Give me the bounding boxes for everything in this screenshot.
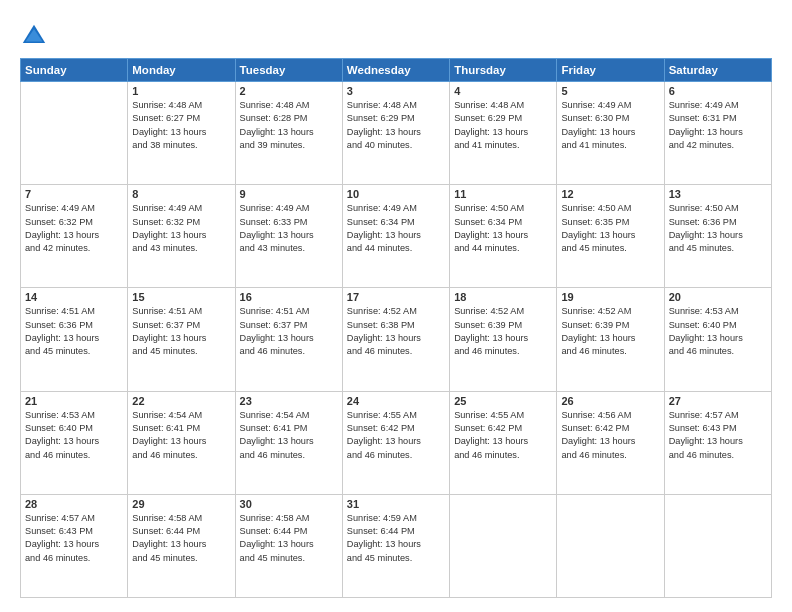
day-cell: 21Sunrise: 4:53 AMSunset: 6:40 PMDayligh… <box>21 391 128 494</box>
day-info: Sunrise: 4:50 AMSunset: 6:35 PMDaylight:… <box>561 202 659 255</box>
day-info: Sunrise: 4:56 AMSunset: 6:42 PMDaylight:… <box>561 409 659 462</box>
header-row: SundayMondayTuesdayWednesdayThursdayFrid… <box>21 59 772 82</box>
day-number: 28 <box>25 498 123 510</box>
day-cell: 7Sunrise: 4:49 AMSunset: 6:32 PMDaylight… <box>21 185 128 288</box>
calendar-table: SundayMondayTuesdayWednesdayThursdayFrid… <box>20 58 772 598</box>
day-info: Sunrise: 4:49 AMSunset: 6:31 PMDaylight:… <box>669 99 767 152</box>
day-cell: 11Sunrise: 4:50 AMSunset: 6:34 PMDayligh… <box>450 185 557 288</box>
day-number: 30 <box>240 498 338 510</box>
day-cell: 27Sunrise: 4:57 AMSunset: 6:43 PMDayligh… <box>664 391 771 494</box>
day-info: Sunrise: 4:58 AMSunset: 6:44 PMDaylight:… <box>240 512 338 565</box>
day-cell <box>557 494 664 597</box>
header <box>20 18 772 50</box>
day-number: 13 <box>669 188 767 200</box>
day-info: Sunrise: 4:48 AMSunset: 6:29 PMDaylight:… <box>347 99 445 152</box>
day-cell: 18Sunrise: 4:52 AMSunset: 6:39 PMDayligh… <box>450 288 557 391</box>
header-day-friday: Friday <box>557 59 664 82</box>
header-day-wednesday: Wednesday <box>342 59 449 82</box>
day-number: 27 <box>669 395 767 407</box>
day-info: Sunrise: 4:57 AMSunset: 6:43 PMDaylight:… <box>669 409 767 462</box>
day-info: Sunrise: 4:57 AMSunset: 6:43 PMDaylight:… <box>25 512 123 565</box>
day-info: Sunrise: 4:49 AMSunset: 6:34 PMDaylight:… <box>347 202 445 255</box>
day-info: Sunrise: 4:48 AMSunset: 6:28 PMDaylight:… <box>240 99 338 152</box>
day-info: Sunrise: 4:51 AMSunset: 6:37 PMDaylight:… <box>132 305 230 358</box>
day-cell: 4Sunrise: 4:48 AMSunset: 6:29 PMDaylight… <box>450 82 557 185</box>
day-info: Sunrise: 4:55 AMSunset: 6:42 PMDaylight:… <box>454 409 552 462</box>
day-cell: 10Sunrise: 4:49 AMSunset: 6:34 PMDayligh… <box>342 185 449 288</box>
day-cell: 17Sunrise: 4:52 AMSunset: 6:38 PMDayligh… <box>342 288 449 391</box>
calendar-header: SundayMondayTuesdayWednesdayThursdayFrid… <box>21 59 772 82</box>
day-info: Sunrise: 4:55 AMSunset: 6:42 PMDaylight:… <box>347 409 445 462</box>
day-cell: 14Sunrise: 4:51 AMSunset: 6:36 PMDayligh… <box>21 288 128 391</box>
day-cell: 15Sunrise: 4:51 AMSunset: 6:37 PMDayligh… <box>128 288 235 391</box>
week-row-1: 7Sunrise: 4:49 AMSunset: 6:32 PMDaylight… <box>21 185 772 288</box>
day-number: 17 <box>347 291 445 303</box>
day-cell: 12Sunrise: 4:50 AMSunset: 6:35 PMDayligh… <box>557 185 664 288</box>
day-info: Sunrise: 4:48 AMSunset: 6:27 PMDaylight:… <box>132 99 230 152</box>
day-cell: 26Sunrise: 4:56 AMSunset: 6:42 PMDayligh… <box>557 391 664 494</box>
day-cell: 19Sunrise: 4:52 AMSunset: 6:39 PMDayligh… <box>557 288 664 391</box>
day-cell: 30Sunrise: 4:58 AMSunset: 6:44 PMDayligh… <box>235 494 342 597</box>
day-number: 3 <box>347 85 445 97</box>
day-cell: 16Sunrise: 4:51 AMSunset: 6:37 PMDayligh… <box>235 288 342 391</box>
day-number: 22 <box>132 395 230 407</box>
calendar-body: 1Sunrise: 4:48 AMSunset: 6:27 PMDaylight… <box>21 82 772 598</box>
day-cell: 13Sunrise: 4:50 AMSunset: 6:36 PMDayligh… <box>664 185 771 288</box>
day-number: 6 <box>669 85 767 97</box>
day-info: Sunrise: 4:49 AMSunset: 6:30 PMDaylight:… <box>561 99 659 152</box>
day-cell: 9Sunrise: 4:49 AMSunset: 6:33 PMDaylight… <box>235 185 342 288</box>
week-row-3: 21Sunrise: 4:53 AMSunset: 6:40 PMDayligh… <box>21 391 772 494</box>
day-info: Sunrise: 4:54 AMSunset: 6:41 PMDaylight:… <box>240 409 338 462</box>
day-number: 23 <box>240 395 338 407</box>
day-number: 26 <box>561 395 659 407</box>
day-number: 2 <box>240 85 338 97</box>
header-day-saturday: Saturday <box>664 59 771 82</box>
day-info: Sunrise: 4:53 AMSunset: 6:40 PMDaylight:… <box>669 305 767 358</box>
header-day-monday: Monday <box>128 59 235 82</box>
day-cell <box>21 82 128 185</box>
day-number: 1 <box>132 85 230 97</box>
week-row-0: 1Sunrise: 4:48 AMSunset: 6:27 PMDaylight… <box>21 82 772 185</box>
day-cell: 2Sunrise: 4:48 AMSunset: 6:28 PMDaylight… <box>235 82 342 185</box>
day-cell: 25Sunrise: 4:55 AMSunset: 6:42 PMDayligh… <box>450 391 557 494</box>
logo-icon <box>20 22 48 50</box>
week-row-2: 14Sunrise: 4:51 AMSunset: 6:36 PMDayligh… <box>21 288 772 391</box>
day-number: 12 <box>561 188 659 200</box>
day-info: Sunrise: 4:54 AMSunset: 6:41 PMDaylight:… <box>132 409 230 462</box>
day-cell: 23Sunrise: 4:54 AMSunset: 6:41 PMDayligh… <box>235 391 342 494</box>
day-number: 15 <box>132 291 230 303</box>
day-info: Sunrise: 4:58 AMSunset: 6:44 PMDaylight:… <box>132 512 230 565</box>
day-number: 11 <box>454 188 552 200</box>
day-number: 8 <box>132 188 230 200</box>
header-day-thursday: Thursday <box>450 59 557 82</box>
day-cell: 1Sunrise: 4:48 AMSunset: 6:27 PMDaylight… <box>128 82 235 185</box>
day-cell: 28Sunrise: 4:57 AMSunset: 6:43 PMDayligh… <box>21 494 128 597</box>
day-cell: 5Sunrise: 4:49 AMSunset: 6:30 PMDaylight… <box>557 82 664 185</box>
logo <box>20 22 52 50</box>
day-info: Sunrise: 4:50 AMSunset: 6:34 PMDaylight:… <box>454 202 552 255</box>
day-number: 10 <box>347 188 445 200</box>
day-cell: 31Sunrise: 4:59 AMSunset: 6:44 PMDayligh… <box>342 494 449 597</box>
day-number: 4 <box>454 85 552 97</box>
day-cell <box>450 494 557 597</box>
day-number: 20 <box>669 291 767 303</box>
day-cell <box>664 494 771 597</box>
day-number: 16 <box>240 291 338 303</box>
day-info: Sunrise: 4:53 AMSunset: 6:40 PMDaylight:… <box>25 409 123 462</box>
day-number: 14 <box>25 291 123 303</box>
day-info: Sunrise: 4:52 AMSunset: 6:39 PMDaylight:… <box>561 305 659 358</box>
day-number: 24 <box>347 395 445 407</box>
day-info: Sunrise: 4:59 AMSunset: 6:44 PMDaylight:… <box>347 512 445 565</box>
day-info: Sunrise: 4:48 AMSunset: 6:29 PMDaylight:… <box>454 99 552 152</box>
day-number: 18 <box>454 291 552 303</box>
day-info: Sunrise: 4:51 AMSunset: 6:37 PMDaylight:… <box>240 305 338 358</box>
header-day-sunday: Sunday <box>21 59 128 82</box>
day-cell: 24Sunrise: 4:55 AMSunset: 6:42 PMDayligh… <box>342 391 449 494</box>
day-cell: 3Sunrise: 4:48 AMSunset: 6:29 PMDaylight… <box>342 82 449 185</box>
day-number: 29 <box>132 498 230 510</box>
day-info: Sunrise: 4:52 AMSunset: 6:39 PMDaylight:… <box>454 305 552 358</box>
day-number: 31 <box>347 498 445 510</box>
week-row-4: 28Sunrise: 4:57 AMSunset: 6:43 PMDayligh… <box>21 494 772 597</box>
page: SundayMondayTuesdayWednesdayThursdayFrid… <box>0 0 792 612</box>
day-number: 21 <box>25 395 123 407</box>
